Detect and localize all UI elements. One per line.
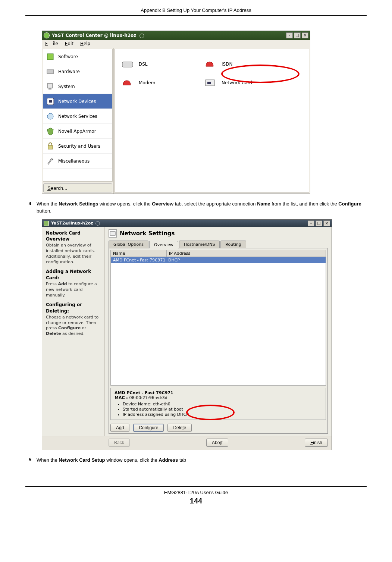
tab-global-options[interactable]: Global Options: [109, 241, 148, 248]
modem-icon: [122, 78, 134, 88]
network-devices-icon: [46, 97, 55, 106]
help-text: Choose a network card to change or remov…: [46, 315, 101, 337]
titlebar: YaST2@linux-h2oz ◯ – □ ×: [42, 220, 332, 227]
tab-hostname-dns[interactable]: Hostname/DNS: [179, 241, 220, 248]
back-button: Back: [109, 439, 130, 447]
sidebar-item-misc[interactable]: Miscellaneous: [43, 154, 112, 169]
add-button[interactable]: Add: [110, 424, 129, 432]
col-name[interactable]: Name: [111, 250, 167, 257]
sidebar-item-software[interactable]: Software: [43, 49, 112, 64]
detail-bullet: Device Name: eth-eth0: [123, 402, 322, 406]
maximize-button[interactable]: □: [316, 220, 322, 226]
item-network-card[interactable]: Network Card: [204, 78, 252, 88]
item-label: Network Card: [222, 80, 252, 85]
page-footer: EMG2881-T20A User's Guide 144: [25, 486, 367, 505]
detail-box: AMD PCnet - Fast 79C971 MAC : 08:00:27:9…: [110, 388, 326, 420]
svg-point-6: [47, 113, 53, 119]
sidebar-label: Software: [58, 54, 78, 59]
svg-rect-1: [47, 70, 54, 73]
appendix-header: Appendix B Setting Up Your Computer's IP…: [25, 7, 367, 16]
step-number: 4: [25, 201, 37, 215]
svg-rect-7: [48, 145, 53, 149]
isdn-icon: [204, 59, 217, 69]
sidebar-label: Novell AppArmor: [58, 129, 96, 134]
detail-bullet: IP address assigned using DHCP: [123, 412, 322, 417]
maximize-button[interactable]: □: [294, 32, 301, 38]
item-label: Modem: [139, 80, 155, 85]
tab-routing[interactable]: Routing: [220, 241, 246, 248]
sidebar-item-system[interactable]: System: [43, 79, 112, 94]
detail-bullet: Started automatically at boot: [123, 407, 322, 412]
detail-mac: MAC : 08:00:27:96:ed:3d: [115, 395, 322, 400]
sidebar-label: Network Services: [58, 114, 97, 119]
cell-name: AMD PCnet - Fast 79C971: [113, 258, 166, 263]
sidebar-item-security[interactable]: Security and Users: [43, 139, 112, 154]
yast-control-center-window: YaST Control Center @ linux-h2oz ◯ – □ ×…: [42, 31, 310, 194]
svg-rect-0: [47, 54, 53, 60]
tab-overview[interactable]: Overview: [149, 241, 178, 248]
svg-rect-10: [207, 82, 211, 84]
finish-button[interactable]: Finish: [305, 439, 328, 447]
window-title: YaST Control Center @ linux-h2oz: [52, 33, 136, 38]
grid-row-selected[interactable]: AMD PCnet - Fast 79C971 DHCP: [111, 257, 326, 263]
col-ip[interactable]: IP Address: [167, 250, 200, 257]
sidebar-item-network-devices[interactable]: Network Devices: [43, 94, 112, 109]
page-title: Network Settings: [120, 230, 175, 237]
dsl-icon: [122, 59, 134, 69]
software-icon: [46, 52, 55, 62]
minimize-button[interactable]: –: [286, 32, 293, 38]
menu-file[interactable]: File: [45, 41, 58, 46]
window-title: YaST2@linux-h2oz: [51, 221, 93, 226]
sidebar-label: Security and Users: [58, 144, 100, 149]
tab-bar: Global Options Overview Hostname/DNS Rou…: [109, 241, 328, 248]
menu-help[interactable]: Help: [80, 41, 90, 46]
sidebar-item-network-services[interactable]: Network Services: [43, 109, 112, 124]
item-label: DSL: [139, 62, 148, 67]
item-modem[interactable]: Modem: [122, 78, 155, 88]
sidebar-label: Hardware: [58, 69, 80, 74]
title-decor-icon: ◯: [139, 33, 144, 38]
configure-button[interactable]: Configure: [133, 424, 164, 432]
bottom-bar: Back Abort Finish: [42, 436, 332, 450]
search-button[interactable]: Search...: [43, 183, 112, 192]
help-text: Obtain an overview of installed network …: [46, 243, 101, 265]
menubar: File Edit Help: [42, 40, 310, 48]
titlebar: YaST Control Center @ linux-h2oz ◯ – □ ×: [42, 31, 310, 40]
footer-title: EMG2881-T20A User's Guide: [25, 490, 367, 495]
title-decor-icon: ◯: [95, 221, 100, 226]
svg-rect-11: [110, 232, 115, 235]
yast-icon: [44, 221, 49, 226]
sidebar-label: System: [58, 84, 75, 89]
content-area: DSL ISDN Modem Network Card: [115, 49, 309, 193]
yast2-network-settings-window: YaST2@linux-h2oz ◯ – □ × Network Card Ov…: [42, 219, 332, 450]
minimize-button[interactable]: –: [308, 220, 314, 226]
item-dsl[interactable]: DSL: [122, 59, 148, 69]
hardware-icon: [46, 67, 55, 76]
network-card-icon: [204, 78, 217, 88]
security-icon: [46, 141, 55, 151]
close-button[interactable]: ×: [323, 220, 330, 226]
abort-button[interactable]: Abort: [206, 439, 228, 447]
delete-button[interactable]: Delete: [167, 424, 192, 432]
help-heading: Network Card Overview: [46, 230, 101, 242]
grid-body[interactable]: AMD PCnet - Fast 79C971 DHCP: [110, 257, 326, 386]
sidebar-item-apparmor[interactable]: Novell AppArmor: [43, 124, 112, 139]
detail-name: AMD PCnet - Fast 79C971: [115, 390, 322, 395]
sidebar-item-hardware[interactable]: Hardware: [43, 64, 112, 79]
yast-icon: [44, 32, 50, 38]
help-heading: Configuring or Deleting:: [46, 302, 101, 314]
misc-icon: [46, 156, 55, 166]
step-text: When the Network Settings window opens, …: [37, 201, 367, 215]
tab-content: Name IP Address AMD PCnet - Fast 79C971 …: [109, 248, 328, 434]
menu-edit[interactable]: Edit: [65, 41, 73, 46]
item-isdn[interactable]: ISDN: [204, 59, 232, 69]
category-sidebar: Software Hardware System Network Devices: [43, 49, 113, 182]
svg-rect-3: [48, 88, 51, 90]
item-label: ISDN: [222, 62, 232, 67]
system-icon: [46, 82, 55, 91]
step-number: 5: [25, 457, 37, 464]
svg-rect-5: [49, 100, 52, 103]
close-button[interactable]: ×: [302, 32, 308, 38]
help-heading: Adding a Network Card:: [46, 269, 101, 280]
sidebar-label: Network Devices: [58, 99, 96, 104]
